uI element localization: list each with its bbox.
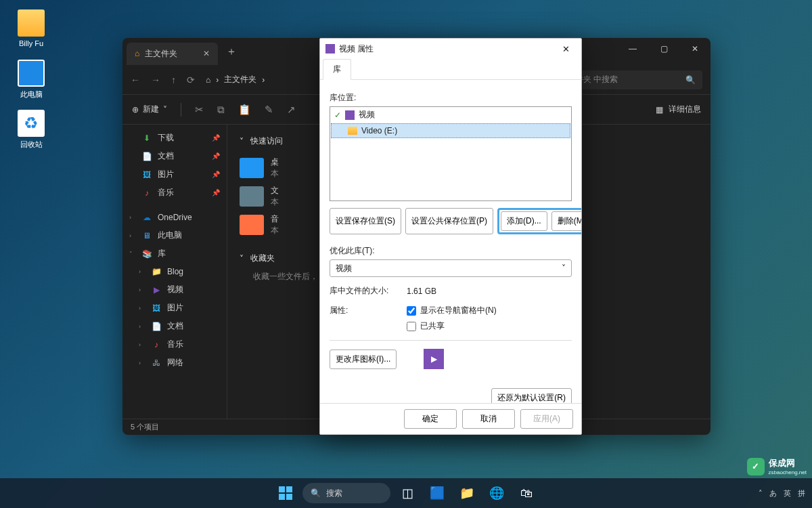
- up-button[interactable]: ↑: [171, 75, 176, 85]
- folder-icon: [240, 186, 264, 207]
- chevron-icon: ›: [129, 214, 136, 221]
- breadcrumb-item: 主文件夹: [224, 74, 256, 85]
- maximize-button[interactable]: ▢: [648, 38, 679, 60]
- new-tab-button[interactable]: ＋: [226, 45, 237, 59]
- folder-icon: [240, 215, 264, 235]
- cancel-button[interactable]: 取消: [462, 409, 515, 429]
- sidebar-label: 音乐: [158, 187, 174, 198]
- tab-title: 主文件夹: [145, 48, 177, 60]
- paste-icon[interactable]: 📋: [238, 104, 251, 116]
- location-buttons: 设置保存位置(S) 设置公共保存位置(P) 添加(D)... 删除(M): [330, 208, 572, 234]
- folder-label: 文: [271, 185, 279, 196]
- optimize-select[interactable]: 视频˅: [330, 259, 572, 277]
- ime-indicator[interactable]: あ: [769, 488, 777, 499]
- ok-button[interactable]: 确定: [404, 409, 457, 429]
- share-icon[interactable]: ↗: [287, 104, 296, 116]
- tab-close-icon[interactable]: ✕: [203, 49, 210, 58]
- video-icon: [345, 110, 355, 120]
- details-button[interactable]: 详细信息: [669, 104, 701, 115]
- sidebar-item-pictures[interactable]: 🖼图片📌: [122, 165, 227, 184]
- taskbar-search[interactable]: 🔍搜索: [302, 483, 390, 503]
- tab-library[interactable]: 库: [323, 59, 351, 80]
- back-button[interactable]: ←: [131, 75, 140, 85]
- sidebar-label: 音乐: [167, 339, 183, 350]
- close-button[interactable]: ✕: [556, 44, 576, 54]
- sidebar-label: 下载: [158, 132, 174, 144]
- edge-taskbar-icon[interactable]: 🌐: [484, 480, 510, 506]
- system-tray[interactable]: ˄ あ 英 拼: [759, 488, 805, 499]
- sidebar-item-documents2[interactable]: ›📄文档: [122, 317, 227, 335]
- tab-home[interactable]: ⌂ 主文件夹 ✕: [127, 43, 218, 65]
- section-title: 快速访问: [250, 135, 283, 147]
- search-icon: 🔍: [311, 488, 321, 498]
- rename-icon[interactable]: ✎: [265, 104, 273, 116]
- chevron-icon: ›: [139, 268, 145, 275]
- watermark: ✓ 保成网zsbaocheng.net: [747, 457, 807, 475]
- apply-button[interactable]: 应用(A): [520, 409, 573, 429]
- view-icon[interactable]: ▦: [656, 105, 663, 114]
- checkbox-label: 已共享: [420, 320, 445, 332]
- sidebar-item-pictures2[interactable]: ›🖼图片: [122, 299, 227, 317]
- minimize-button[interactable]: ―: [617, 38, 648, 60]
- folder-sublabel: 本: [271, 225, 279, 236]
- shared-checkbox[interactable]: 已共享: [407, 320, 497, 332]
- desktop-icon-recycle[interactable]: ♻回收站: [9, 110, 53, 150]
- widgets-button[interactable]: 🟦: [424, 480, 450, 506]
- sidebar-item-onedrive[interactable]: ›☁OneDrive: [122, 209, 227, 226]
- chevron-up-icon[interactable]: ˄: [759, 489, 763, 498]
- document-icon: 📄: [141, 151, 152, 162]
- checkbox-input[interactable]: [407, 306, 416, 316]
- restore-defaults-button[interactable]: 还原为默认设置(R): [491, 388, 572, 403]
- sidebar-label: 库: [158, 248, 166, 259]
- set-public-button[interactable]: 设置公共保存位置(P): [405, 208, 493, 234]
- desktop-icon-label: Billy Fu: [19, 39, 43, 47]
- task-view-button[interactable]: ◫: [394, 480, 420, 506]
- location-item-selected[interactable]: Video (E:): [331, 123, 570, 138]
- nav-checkbox[interactable]: 显示在导航窗格中(N): [407, 305, 497, 316]
- remove-button[interactable]: 删除(M): [551, 211, 581, 231]
- start-button[interactable]: [273, 480, 298, 506]
- ime-indicator[interactable]: 拼: [798, 488, 805, 499]
- locations-list[interactable]: ✓视频 Video (E:): [330, 106, 572, 201]
- change-icon-button[interactable]: 更改库图标(I)...: [330, 350, 397, 369]
- close-button[interactable]: ✕: [679, 38, 710, 60]
- explorer-taskbar-icon[interactable]: 📁: [454, 480, 480, 506]
- select-value: 视频: [336, 263, 352, 274]
- new-button[interactable]: ⊕新建˅: [132, 104, 167, 115]
- folder-label: 桌: [271, 156, 279, 168]
- pin-icon: 📌: [212, 171, 220, 178]
- sidebar-label: 此电脑: [158, 230, 182, 241]
- add-button[interactable]: 添加(D)...: [501, 211, 547, 231]
- sidebar-item-music[interactable]: ♪音乐📌: [122, 184, 227, 202]
- desktop-icon-label: 此电脑: [20, 90, 43, 98]
- sidebar-item-video[interactable]: ›▶视频: [122, 280, 227, 299]
- store-taskbar-icon[interactable]: 🛍: [514, 480, 539, 506]
- sidebar-item-blog[interactable]: ›📁Blog: [122, 263, 227, 280]
- sidebar-item-thispc[interactable]: ›🖥此电脑: [122, 226, 227, 245]
- cloud-icon: ☁: [141, 212, 152, 223]
- sidebar-item-network[interactable]: ›🖧网络: [122, 354, 227, 372]
- chevron-down-icon: ˅: [163, 105, 167, 114]
- sidebar: ⬇下载📌 📄文档📌 🖼图片📌 ♪音乐📌 ›☁OneDrive ›🖥此电脑 ˅📚库…: [122, 125, 227, 419]
- library-icon: 📚: [141, 249, 152, 259]
- sidebar-item-downloads[interactable]: ⬇下载📌: [122, 129, 227, 147]
- cut-icon[interactable]: ✂: [195, 104, 204, 116]
- forward-button[interactable]: →: [151, 75, 160, 85]
- location-item[interactable]: ✓视频: [330, 107, 571, 123]
- desktop-icon-folder[interactable]: Billy Fu: [9, 9, 53, 47]
- sidebar-item-library[interactable]: ˅📚库: [122, 245, 227, 263]
- set-save-button[interactable]: 设置保存位置(S): [330, 208, 401, 234]
- desktop-icon-pc[interactable]: 此电脑: [9, 60, 53, 100]
- sidebar-item-documents[interactable]: 📄文档📌: [122, 147, 227, 165]
- checkbox-input[interactable]: [407, 322, 416, 331]
- status-text: 5 个项目: [131, 422, 159, 432]
- svg-rect-3: [286, 494, 292, 500]
- refresh-button[interactable]: ⟳: [187, 75, 195, 85]
- chevron-down-icon: ˅: [240, 254, 244, 263]
- folder-label: 音: [271, 213, 279, 225]
- sidebar-label: Blog: [167, 267, 183, 276]
- copy-icon[interactable]: ⧉: [217, 104, 225, 116]
- ime-indicator[interactable]: 英: [784, 488, 791, 499]
- search-icon: 🔍: [685, 75, 696, 85]
- sidebar-item-music2[interactable]: ›♪音乐: [122, 335, 227, 354]
